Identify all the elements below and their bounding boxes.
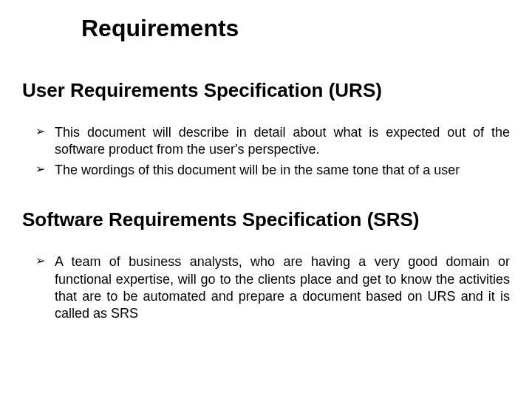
page-title: Requirements xyxy=(81,15,510,42)
section-heading-srs: Software Requirements Specification (SRS… xyxy=(22,208,510,231)
section-heading-urs: User Requirements Specification (URS) xyxy=(22,79,510,102)
list-item: This document will describe in detail ab… xyxy=(35,124,510,159)
bullet-list-srs: A team of business analysts, who are hav… xyxy=(22,253,510,323)
list-item: The wordings of this document will be in… xyxy=(35,162,510,179)
list-item: A team of business analysts, who are hav… xyxy=(35,253,510,323)
bullet-list-urs: This document will describe in detail ab… xyxy=(22,124,510,179)
